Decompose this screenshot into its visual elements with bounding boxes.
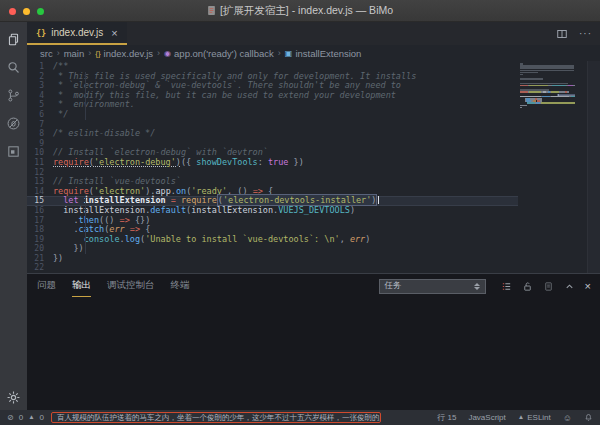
- traffic-lights: [9, 0, 44, 22]
- line-number: 3: [27, 81, 53, 91]
- eslint-status[interactable]: ▲ ESLint: [518, 413, 551, 422]
- line-number: 10: [27, 148, 53, 158]
- novel-reader-widget[interactable]: 百人规模的队伍护送着的马车之内，坐着一个俊朗的少年，这少年不过十五六岁模样，一张…: [51, 412, 381, 423]
- close-panel-icon[interactable]: ×: [585, 280, 591, 292]
- split-editor-icon[interactable]: [556, 28, 568, 40]
- maximize-panel-icon[interactable]: [564, 281, 575, 292]
- feedback-smiley-icon[interactable]: ☺: [563, 413, 572, 423]
- breadcrumb-separator: ›: [278, 48, 281, 58]
- eslint-label: ESLint: [527, 413, 551, 422]
- cursor-position[interactable]: 行 15: [437, 412, 456, 423]
- settings-gear-icon[interactable]: [6, 390, 21, 405]
- clear-output-icon[interactable]: [543, 281, 554, 292]
- task-select-value: 任务: [385, 280, 402, 292]
- panel-header: 问题输出调试控制台终端 任务: [27, 274, 600, 298]
- breadcrumb-item-3[interactable]: ◉app.on('ready') callback: [164, 48, 274, 59]
- unlock-scroll-icon[interactable]: [522, 281, 533, 292]
- line-number: 20: [27, 244, 53, 254]
- tab-index-dev-js[interactable]: {} index.dev.js ×: [27, 22, 127, 45]
- activity-bar: [0, 22, 27, 410]
- tab-bar: {} index.dev.js × ···: [27, 22, 600, 45]
- breadcrumb: src›main›{}index.dev.js›◉app.on('ready')…: [27, 45, 600, 61]
- js-file-icon: {}: [36, 28, 46, 38]
- line-number: 2: [27, 72, 53, 82]
- line-number: 17: [27, 216, 53, 226]
- output-content[interactable]: [27, 298, 600, 410]
- code-line-22[interactable]: 22: [27, 263, 518, 273]
- more-actions-icon[interactable]: ···: [579, 28, 592, 39]
- task-select[interactable]: 任务: [379, 279, 486, 294]
- code-lines: 1/**2 * This file is used specifically a…: [27, 62, 518, 273]
- vscode-window: [扩展开发宿主] - index.dev.js — BiMo: [0, 0, 600, 425]
- breadcrumb-item-2[interactable]: {}index.dev.js: [95, 48, 153, 59]
- code-line-6[interactable]: 6 */: [27, 110, 518, 120]
- breadcrumb-item-0[interactable]: src: [40, 48, 53, 59]
- line-number: 13: [27, 177, 53, 187]
- breadcrumb-separator: ›: [88, 48, 91, 58]
- indent-guide: [85, 197, 86, 254]
- braces-icon: {}: [95, 49, 100, 58]
- line-number: 19: [27, 235, 53, 245]
- document-proxy-icon: [207, 5, 216, 16]
- line-number: 16: [27, 206, 53, 216]
- symbol-method-icon: ◉: [164, 49, 171, 58]
- status-bar: ⊘ 0 ▲ 0 百人规模的队伍护送着的马车之内，坐着一个俊朗的少年，这少年不过十…: [0, 410, 600, 425]
- extensions-icon[interactable]: [6, 144, 21, 159]
- breadcrumb-item-1[interactable]: main: [64, 48, 85, 59]
- eslint-warning-icon: ▲: [518, 414, 524, 421]
- code-line-19[interactable]: 19 console.log('Unable to install `vue-d…: [27, 235, 518, 245]
- line-number: 14: [27, 187, 53, 197]
- source-control-icon[interactable]: [6, 88, 21, 103]
- line-number: 6: [27, 110, 53, 120]
- code-line-8[interactable]: 8/* eslint-disable */: [27, 129, 518, 139]
- indent-guide: [85, 72, 86, 120]
- titlebar: [扩展开发宿主] - index.dev.js — BiMo: [0, 0, 600, 22]
- search-icon[interactable]: [6, 60, 21, 75]
- breadcrumb-separator: ›: [57, 48, 60, 58]
- language-mode[interactable]: JavaScript: [468, 413, 505, 422]
- panel-tabs: 问题输出调试控制台终端: [37, 274, 190, 298]
- line-number: 8: [27, 129, 53, 139]
- editor-scrollbar[interactable]: [587, 61, 600, 273]
- zoom-window-button[interactable]: [37, 8, 44, 15]
- window-title: [扩展开发宿主] - index.dev.js — BiMo: [207, 4, 393, 18]
- panel-tab-0[interactable]: 问题: [37, 274, 56, 297]
- panel-controls: 任务: [379, 279, 600, 294]
- minimize-window-button[interactable]: [23, 8, 30, 15]
- line-number: 11: [27, 158, 53, 168]
- editor[interactable]: 1/**2 * This file is used specifically a…: [27, 61, 600, 273]
- status-bar-right: 行 15 JavaScript ▲ ESLint ☺: [437, 412, 593, 423]
- code-line-5[interactable]: 5 * environment.: [27, 100, 518, 110]
- code-line-11[interactable]: 11require('electron-debug')({ showDevToo…: [27, 158, 518, 168]
- tab-close-icon[interactable]: ×: [111, 27, 117, 39]
- line-number: 15: [27, 196, 53, 206]
- problems-status[interactable]: ⊘ 0 ▲ 0: [7, 413, 44, 422]
- code-line-20[interactable]: 20 }): [27, 244, 518, 254]
- close-window-button[interactable]: [9, 8, 16, 15]
- editor-actions: ···: [556, 22, 592, 45]
- panel-tab-2[interactable]: 调试控制台: [107, 274, 155, 297]
- line-number: 5: [27, 100, 53, 110]
- line-number: 1: [27, 62, 53, 72]
- breadcrumb-separator: ›: [157, 48, 160, 58]
- bottom-panel: 问题输出调试控制台终端 任务: [27, 273, 600, 410]
- minimap-line: [520, 109, 575, 111]
- files-icon[interactable]: [6, 32, 21, 47]
- panel-tab-1[interactable]: 输出: [72, 274, 91, 297]
- tab-label: index.dev.js: [51, 27, 103, 38]
- select-arrows-icon: [474, 283, 480, 290]
- line-number: 22: [27, 263, 53, 273]
- debug-icon[interactable]: [6, 116, 21, 131]
- warning-icon: ▲: [28, 414, 34, 421]
- notifications-bell-icon[interactable]: [584, 413, 593, 422]
- error-icon: ⊘: [7, 414, 14, 422]
- minimap[interactable]: [520, 63, 575, 111]
- line-number: 7: [27, 120, 53, 130]
- line-number: 12: [27, 168, 53, 178]
- window-title-text: [扩展开发宿主] - index.dev.js — BiMo: [220, 4, 393, 18]
- breadcrumb-item-4[interactable]: ▣installExtension: [285, 48, 362, 59]
- task-list-icon[interactable]: [501, 281, 512, 292]
- line-number: 21: [27, 254, 53, 264]
- code-line-21[interactable]: 21}): [27, 254, 518, 264]
- panel-tab-3[interactable]: 终端: [171, 274, 190, 297]
